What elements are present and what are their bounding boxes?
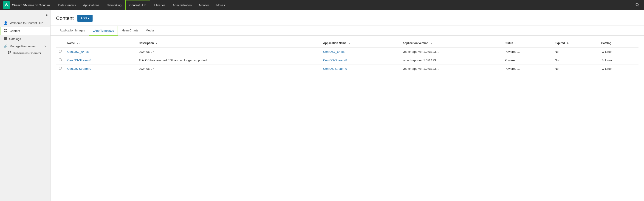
sidebar-item-kubernetes-label: Kubernetes Operator [13,51,41,55]
catalog-icon-3: 🗂 [601,67,604,70]
svg-rect-6 [6,29,7,30]
row-expired-1: No [552,47,598,56]
collapse-icon: « [46,13,48,16]
chevron-down-icon: ∨ [44,44,46,48]
svg-rect-8 [6,31,7,32]
row-description-2: This OS has reached EOL and no longer su… [136,56,320,64]
table-row: CentOS-Stream-9 2024-06-07 CentOS-Stream… [56,64,638,73]
row-name-2[interactable]: CentOS-Stream-8 [64,56,136,64]
row-app-name-1[interactable]: CentOS7_64-bit [320,47,400,56]
row-description-1: 2024-06-07 [136,47,320,56]
app-name-filter-icon[interactable]: ▼ [348,42,350,44]
search-icon[interactable] [634,3,641,7]
sidebar-item-content-label: Content [10,29,20,32]
content-icon [4,29,7,33]
sidebar-item-catalogs-label: Catalogs [9,37,21,41]
row-app-version-3: vcd-ch-app-ver:1.0.0:123.... [400,64,502,73]
th-app-version[interactable]: Application Version ▼ [400,39,502,47]
radio-row-3[interactable] [59,67,62,70]
table-row: CentOS-Stream-8 This OS has reached EOL … [56,56,638,64]
name-sort-icons[interactable]: ▲▼ [76,42,80,44]
svg-rect-9 [4,37,7,38]
svg-rect-7 [4,31,6,32]
nav-item-libraries[interactable]: Libraries [150,0,169,10]
sidebar-item-manage-resources-label: Manage Resources [10,44,36,48]
brand-name: Облако VMware от Cloud.ru [12,3,50,7]
th-expired[interactable]: Expired ⊕ [552,39,598,47]
row-select-3[interactable] [56,64,64,73]
row-app-name-3[interactable]: CentOS-Stream-9 [320,64,400,73]
tab-media[interactable]: Media [142,26,157,35]
main-header: Content ADD ▾ [50,10,644,26]
row-catalog-1: 🗂 Linux [598,47,638,56]
sidebar-item-content[interactable]: Content [0,27,50,35]
row-app-version-1: vcd-ch-app-ver:1.0.0:123.... [400,47,502,56]
main-layout: « 👤 Welcome to Content Hub Content [0,10,644,201]
radio-row-2[interactable] [59,58,62,61]
add-button[interactable]: ADD ▾ [78,15,92,22]
th-status[interactable]: Status ▼ [502,39,552,47]
table-row: CentOS7_64-bit 2024-06-07 CentOS7_64-bit… [56,47,638,56]
svg-point-3 [636,3,638,6]
row-status-2: Powered ... [502,56,552,64]
table-header-row: Name ▲▼ Description ▼ Application Name ▼ [56,39,638,47]
nav-items: Data Centers Applications Networking Con… [54,0,632,10]
nav-item-content-hub[interactable]: Content Hub [125,0,150,10]
status-filter-icon[interactable]: ▼ [515,42,517,44]
brand-logo[interactable]: Облако VMware от Cloud.ru [3,1,50,9]
vapp-table-container: Name ▲▼ Description ▼ Application Name ▼ [50,35,644,77]
row-catalog-2: 🗂 Linux [598,56,638,64]
svg-rect-14 [8,53,10,54]
svg-rect-11 [4,39,7,40]
vapp-templates-table: Name ▲▼ Description ▼ Application Name ▼ [56,39,638,73]
th-name[interactable]: Name ▲▼ [64,39,136,47]
row-name-1[interactable]: CentOS7_64-bit [64,47,136,56]
tab-helm-charts[interactable]: Helm Charts [118,26,142,35]
catalog-icon-1: 🗂 [601,50,604,53]
description-filter-icon[interactable]: ▼ [156,42,158,44]
sidebar-item-welcome-label: Welcome to Content Hub [10,21,43,25]
content-tabs: Application Images vApp Templates Helm C… [50,26,644,35]
radio-row-1[interactable] [59,50,62,53]
sidebar: « 👤 Welcome to Content Hub Content [0,10,50,201]
svg-rect-10 [4,38,7,39]
tab-application-images[interactable]: Application Images [56,26,89,35]
row-name-3[interactable]: CentOS-Stream-9 [64,64,136,73]
expired-filter-icon[interactable]: ⊕ [566,42,568,44]
th-description[interactable]: Description ▼ [136,39,320,47]
row-description-3: 2024-06-07 [136,64,320,73]
row-app-version-2: vcd-ch-app-ver:1.0.0:123.... [400,56,502,64]
sidebar-item-welcome[interactable]: 👤 Welcome to Content Hub [0,19,50,27]
catalogs-icon [4,37,7,41]
nav-item-administration[interactable]: Administration [169,0,195,10]
row-select-2[interactable] [56,56,64,64]
catalog-icon-2: 🗂 [601,58,604,62]
sidebar-item-manage-resources[interactable]: 🔗 Manage Resources ∨ [0,43,50,50]
row-expired-3: No [552,64,598,73]
row-select-1[interactable] [56,47,64,56]
sidebar-item-kubernetes-operator[interactable]: Kubernetes Operator [0,50,50,56]
nav-item-networking[interactable]: Networking [103,0,125,10]
app-version-filter-icon[interactable]: ▼ [430,42,432,44]
row-catalog-3: 🗂 Linux [598,64,638,73]
welcome-icon: 👤 [4,21,8,25]
sidebar-item-catalogs[interactable]: Catalogs [0,35,50,43]
tab-vapp-templates[interactable]: vApp Templates [89,26,118,35]
nav-item-applications[interactable]: Applications [80,0,103,10]
row-status-3: Powered ... [502,64,552,73]
nav-item-more[interactable]: More ▾ [213,0,229,10]
svg-rect-13 [10,51,11,52]
row-status-1: Powered ... [502,47,552,56]
nav-item-monitor[interactable]: Monitor [195,0,212,10]
th-app-name[interactable]: Application Name ▼ [320,39,400,47]
manage-resources-icon: 🔗 [4,44,7,48]
th-catalog: Catalog [598,39,638,47]
vmware-logo-icon [3,1,10,9]
row-app-name-2[interactable]: CentOS-Stream-8 [320,56,400,64]
svg-rect-12 [8,51,10,52]
th-select [56,39,64,47]
kubernetes-icon [8,51,11,55]
nav-item-data-centers[interactable]: Data Centers [54,0,80,10]
sidebar-collapse-btn[interactable]: « [0,13,50,19]
svg-rect-5 [4,29,6,30]
